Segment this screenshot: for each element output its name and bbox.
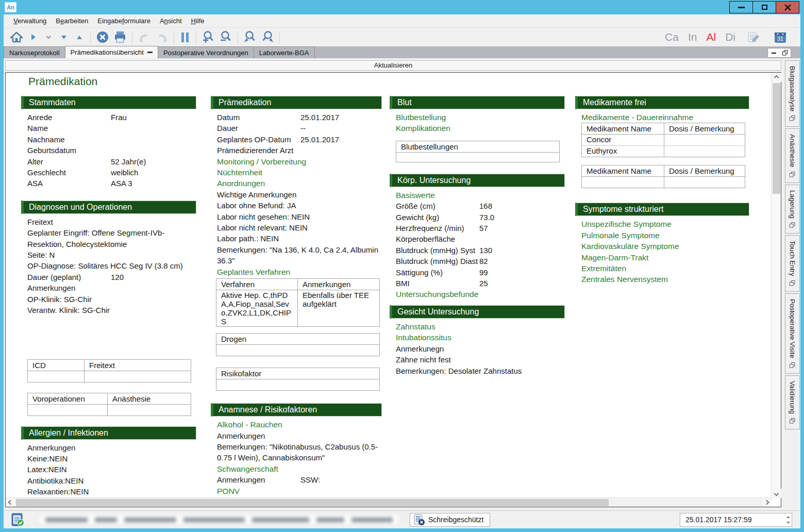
search-previous-button[interactable] bbox=[241, 29, 259, 45]
field-row: Verantw. Klinik: SG-Chir bbox=[27, 305, 196, 315]
calendar-button[interactable]: 31 bbox=[772, 29, 789, 45]
section-link[interactable]: Alkohol - Rauchen bbox=[217, 420, 282, 429]
table-cell[interactable] bbox=[85, 371, 191, 382]
undo-button[interactable] bbox=[136, 29, 153, 45]
dropdown-button[interactable] bbox=[41, 29, 56, 45]
vertical-scrollbar[interactable] bbox=[771, 73, 781, 498]
search-next-button[interactable] bbox=[259, 29, 276, 45]
scroll-left-button[interactable] bbox=[6, 498, 15, 507]
horizontal-scroll-thumb[interactable] bbox=[16, 499, 609, 506]
section-link[interactable]: Zentrales Nervensystem bbox=[581, 275, 668, 284]
table-cell[interactable] bbox=[664, 146, 745, 157]
table-row[interactable] bbox=[396, 153, 559, 162]
tab-narkoseprotokoll[interactable]: Narkoseprotokoll bbox=[4, 46, 65, 58]
toolbar-separator bbox=[279, 31, 280, 43]
horizontal-scrollbar[interactable] bbox=[6, 497, 772, 507]
maximize-button[interactable] bbox=[752, 1, 776, 13]
zoom-out-button[interactable] bbox=[217, 29, 234, 45]
vertical-scroll-thumb[interactable] bbox=[773, 83, 780, 194]
table-cell[interactable] bbox=[28, 371, 85, 382]
step-down-button[interactable] bbox=[56, 29, 72, 45]
home-button[interactable] bbox=[8, 29, 25, 45]
table-row[interactable]: Euthyrox bbox=[582, 145, 745, 157]
section-link[interactable]: Zahnstatus bbox=[396, 322, 435, 331]
section-link[interactable]: Geplantes Verfahren bbox=[217, 268, 290, 276]
forward-button[interactable] bbox=[25, 29, 41, 45]
section-link[interactable]: Nüchternheit bbox=[217, 168, 262, 177]
section-link[interactable]: Basiswerte bbox=[396, 191, 435, 200]
menu-bearbeiten[interactable]: Bearbeiten bbox=[51, 15, 93, 27]
mdi-restore-button[interactable] bbox=[779, 48, 791, 57]
datetime-spinner[interactable] bbox=[787, 513, 790, 526]
tab-praemedikationsuebersicht[interactable]: Prämedikationsübersicht bbox=[65, 46, 158, 58]
table-cell[interactable] bbox=[582, 177, 664, 188]
table-row[interactable] bbox=[28, 371, 191, 382]
table-cell[interactable] bbox=[664, 177, 745, 188]
pause-button[interactable] bbox=[177, 29, 193, 45]
zoom-in-button[interactable] bbox=[199, 29, 217, 45]
section-link[interactable]: Extremitäten bbox=[581, 264, 626, 273]
side-tab-anaesthesie[interactable]: Anästhesie bbox=[785, 128, 800, 182]
side-tab-blutgasanalyse[interactable]: Blutgasanalyse bbox=[785, 60, 800, 127]
ca-button[interactable]: Ca bbox=[665, 31, 679, 43]
side-tab-postoperative-visite[interactable]: Postoperative Visite bbox=[785, 293, 800, 374]
table-cell[interactable]: Aktive Hep. C,thPDA,A,Fiop_nasal,Sevo,ZV… bbox=[216, 290, 298, 326]
section-link[interactable]: Untersuchungsbefunde bbox=[396, 290, 478, 298]
section-link[interactable]: Komplikationen bbox=[396, 124, 450, 132]
side-tab-touch-entry[interactable]: Touch Entry bbox=[785, 235, 800, 292]
scroll-up-button[interactable] bbox=[772, 73, 781, 82]
section-link[interactable]: Unspezifische Symptome bbox=[581, 220, 672, 228]
datetime-field[interactable]: 25.01.2017 15:27:59 bbox=[680, 513, 792, 527]
tab-postoperative-verordnungen[interactable]: Postoperative Verordnungen bbox=[158, 46, 254, 58]
menu-ansicht[interactable]: Ansicht bbox=[155, 15, 187, 27]
section-link[interactable]: Blutbestellung bbox=[396, 113, 446, 122]
table-row[interactable] bbox=[216, 345, 379, 356]
table-row[interactable] bbox=[582, 177, 745, 188]
table-row[interactable]: Concor bbox=[582, 135, 745, 145]
table-cell[interactable]: Euthyrox bbox=[582, 146, 664, 157]
print-button[interactable] bbox=[111, 29, 129, 45]
menu-verwaltung[interactable]: Verwaltung bbox=[9, 15, 51, 27]
table-cell[interactable] bbox=[216, 345, 379, 356]
table-row[interactable]: Aktive Hep. C,thPDA,A,Fiop_nasal,Sevo,ZV… bbox=[216, 290, 379, 326]
side-tab-validierung[interactable]: Validierung bbox=[785, 375, 800, 429]
section-link[interactable]: Intubationssitus bbox=[396, 333, 451, 342]
section-link[interactable]: Magen-Darm-Trakt bbox=[581, 253, 648, 262]
section-link[interactable]: Schwangerschaft bbox=[217, 464, 278, 473]
refresh-button[interactable]: Aktualisieren bbox=[5, 60, 781, 71]
table-cell[interactable] bbox=[108, 405, 191, 415]
table-cell[interactable]: Concor bbox=[582, 135, 664, 145]
table-cell[interactable] bbox=[28, 405, 108, 415]
section-link[interactable]: PONV bbox=[217, 487, 240, 495]
al-button[interactable]: Al bbox=[706, 31, 716, 43]
table-cell[interactable] bbox=[216, 379, 379, 390]
in-button[interactable]: In bbox=[688, 31, 697, 43]
minimize-icon bbox=[772, 53, 776, 54]
table-cell[interactable] bbox=[396, 153, 559, 162]
menu-hilfe[interactable]: Hilfe bbox=[187, 15, 209, 27]
readonly-button[interactable]: Schreibgeschützt bbox=[410, 513, 490, 527]
form-viewport: Prämedikation Stammdaten AnredeFrau Name… bbox=[5, 72, 781, 507]
tab-laborwerte-bga[interactable]: Laborwerte-BGA bbox=[254, 46, 315, 58]
step-up-button[interactable] bbox=[72, 29, 87, 45]
table-row[interactable] bbox=[216, 379, 379, 390]
table-row[interactable] bbox=[28, 405, 191, 415]
di-button[interactable]: Di bbox=[725, 31, 735, 43]
edit-document-button[interactable] bbox=[745, 29, 762, 45]
minimize-button[interactable] bbox=[729, 1, 753, 13]
table-cell[interactable] bbox=[664, 135, 745, 145]
side-tab-lagerung[interactable]: Lagerung bbox=[785, 185, 800, 234]
section-link[interactable]: Monitoring / Vorbereitung bbox=[217, 157, 306, 166]
table-cell[interactable]: Ebenfalls über TEE aufgeklärt bbox=[298, 290, 379, 326]
scroll-right-button[interactable] bbox=[762, 498, 772, 507]
redo-button[interactable] bbox=[153, 29, 171, 45]
section-link[interactable]: Kardiovaskuläre Symptome bbox=[581, 242, 679, 251]
close-button[interactable] bbox=[776, 1, 799, 13]
section-link[interactable]: Medikamente - Dauereinnahme bbox=[581, 113, 693, 122]
scroll-down-button[interactable] bbox=[772, 489, 781, 498]
section-link[interactable]: Pulmonale Symptome bbox=[581, 231, 660, 240]
menu-eingabeformulare[interactable]: Eingabeformulare bbox=[93, 15, 155, 27]
mdi-minimize-button[interactable] bbox=[768, 48, 779, 57]
section-link[interactable]: Anordnungen bbox=[217, 179, 265, 188]
cancel-button[interactable] bbox=[94, 29, 111, 45]
